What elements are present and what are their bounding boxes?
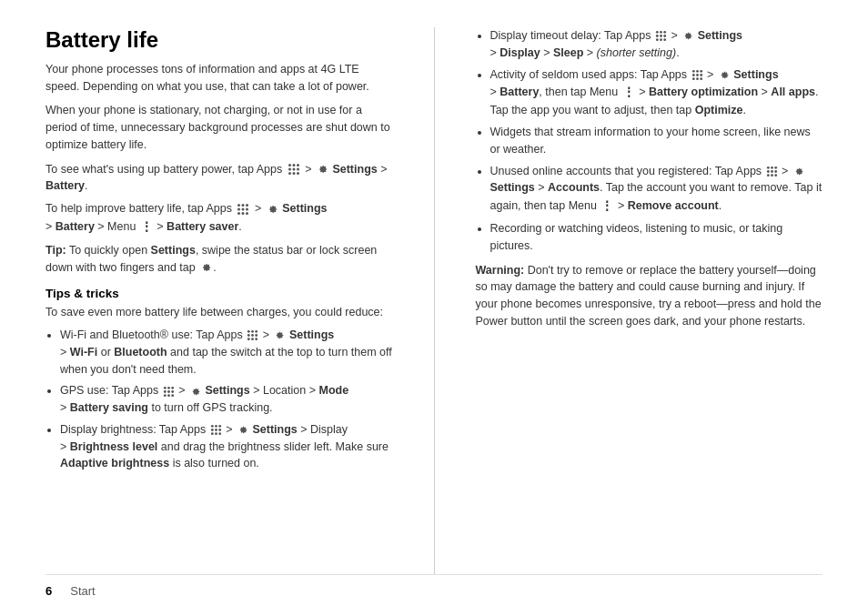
svg-point-52 bbox=[660, 38, 662, 41]
svg-point-7 bbox=[292, 172, 295, 175]
list-item-unused-accounts: Unused online accounts that you register… bbox=[490, 163, 823, 217]
svg-point-23 bbox=[256, 334, 258, 337]
svg-point-8 bbox=[297, 172, 299, 175]
list-item-display: Display brightness: Tap Apps > bbox=[60, 421, 393, 472]
left-column: Battery life Your phone processes tons o… bbox=[45, 27, 402, 574]
display-r1: Display bbox=[500, 46, 540, 59]
svg-point-56 bbox=[700, 70, 702, 73]
svg-point-1 bbox=[292, 164, 295, 167]
svg-point-24 bbox=[247, 338, 250, 341]
apps-icon-5 bbox=[210, 424, 222, 436]
svg-point-37 bbox=[215, 425, 217, 428]
apps-icon-r2 bbox=[691, 69, 703, 81]
svg-point-53 bbox=[663, 38, 666, 41]
svg-point-32 bbox=[171, 390, 174, 393]
svg-point-21 bbox=[247, 334, 250, 337]
gear-icon-4 bbox=[189, 386, 201, 398]
page-title: Battery life bbox=[45, 27, 393, 54]
svg-point-4 bbox=[292, 168, 295, 171]
svg-point-65 bbox=[774, 167, 777, 169]
svg-point-55 bbox=[696, 70, 699, 73]
battery-saving-label: Battery saving bbox=[70, 401, 148, 414]
remove-account-label: Remove account bbox=[628, 199, 719, 212]
tips-bullet-list: Wi-Fi and Bluetooth® use: Tap Apps > bbox=[45, 327, 393, 472]
accounts-label: Accounts bbox=[548, 181, 600, 194]
svg-point-16 bbox=[242, 212, 245, 215]
help-battery-para: To help improve battery life, tap Apps > bbox=[45, 200, 393, 237]
list-item-gps: GPS use: Tap Apps > bbox=[60, 382, 393, 417]
page-number: 6 bbox=[45, 584, 52, 598]
settings-label-1: Settings bbox=[332, 163, 377, 176]
bluetooth-label: Bluetooth bbox=[114, 346, 167, 358]
wifi-label: Wi-Fi bbox=[70, 346, 97, 358]
right-column: Display timeout delay: Tap Apps > bbox=[467, 27, 823, 574]
svg-point-46 bbox=[660, 31, 662, 34]
settings-display: Settings bbox=[253, 423, 298, 436]
shorter-setting: (shorter setting) bbox=[597, 46, 677, 59]
svg-point-0 bbox=[288, 164, 291, 167]
menu-dots-icon-2: ⋮ bbox=[622, 83, 635, 102]
svg-point-12 bbox=[237, 207, 240, 210]
svg-point-25 bbox=[251, 338, 254, 341]
svg-point-6 bbox=[288, 172, 291, 175]
svg-point-22 bbox=[251, 334, 254, 337]
battery-label-2: Battery bbox=[56, 220, 95, 233]
svg-point-43 bbox=[215, 432, 217, 435]
intro-p1: Your phone processes tons of information… bbox=[45, 61, 393, 96]
svg-point-42 bbox=[211, 432, 214, 435]
svg-point-57 bbox=[691, 74, 694, 76]
content-area: Battery life Your phone processes tons o… bbox=[45, 27, 823, 574]
svg-point-30 bbox=[164, 390, 167, 393]
svg-point-39 bbox=[211, 429, 214, 431]
list-item-recording: Recording or watching videos, listening … bbox=[490, 220, 823, 255]
svg-point-70 bbox=[771, 174, 773, 177]
gear-icon-5 bbox=[237, 424, 248, 436]
battery-label-1: Battery bbox=[45, 179, 85, 192]
svg-point-61 bbox=[696, 77, 699, 80]
svg-point-63 bbox=[766, 167, 769, 169]
apps-icon-2 bbox=[237, 203, 249, 216]
intro-p2: When your phone is stationary, not charg… bbox=[45, 102, 393, 153]
list-item-display-timeout: Display timeout delay: Tap Apps > bbox=[490, 27, 823, 62]
right-bullet-list: Display timeout delay: Tap Apps > bbox=[476, 27, 823, 255]
battery-r2: Battery bbox=[500, 86, 539, 98]
settings-r2: Settings bbox=[733, 68, 778, 81]
svg-point-41 bbox=[218, 429, 221, 431]
column-divider bbox=[434, 27, 435, 574]
svg-point-3 bbox=[288, 168, 291, 171]
adaptive-brightness-label: Adaptive brightness bbox=[60, 457, 169, 470]
svg-point-27 bbox=[164, 386, 167, 389]
settings-label-2: Settings bbox=[282, 202, 327, 215]
svg-point-69 bbox=[766, 174, 769, 177]
apps-icon-r1 bbox=[655, 30, 667, 42]
list-item-seldom-apps: Activity of seldom used apps: Tap Apps > bbox=[490, 66, 823, 120]
mode-label: Mode bbox=[318, 384, 348, 397]
svg-point-28 bbox=[167, 386, 170, 389]
svg-point-58 bbox=[696, 74, 699, 76]
svg-point-33 bbox=[164, 394, 167, 397]
svg-point-5 bbox=[297, 168, 299, 171]
svg-point-47 bbox=[663, 31, 666, 34]
footer-section-label: Start bbox=[70, 584, 95, 598]
svg-point-29 bbox=[171, 386, 174, 389]
svg-point-20 bbox=[256, 330, 258, 333]
svg-point-62 bbox=[700, 77, 702, 80]
svg-point-19 bbox=[251, 330, 254, 333]
svg-point-54 bbox=[691, 70, 694, 73]
tip-settings-label: Settings bbox=[151, 244, 196, 257]
tip-paragraph: Tip: To quickly open Settings, swipe the… bbox=[45, 242, 393, 277]
svg-point-71 bbox=[774, 174, 777, 177]
warning-label: Warning: bbox=[476, 264, 525, 277]
page-footer: 6 Start bbox=[45, 574, 823, 598]
gear-icon-r3 bbox=[792, 166, 804, 177]
svg-point-35 bbox=[171, 394, 174, 397]
gear-icon-r1 bbox=[681, 30, 693, 42]
svg-point-60 bbox=[691, 77, 694, 80]
gear-icon-tip bbox=[199, 261, 212, 274]
battery-saver-label: Battery saver bbox=[167, 220, 238, 233]
svg-point-9 bbox=[237, 204, 240, 207]
list-item-wifi: Wi-Fi and Bluetooth® use: Tap Apps > bbox=[60, 327, 393, 378]
sleep-r1: Sleep bbox=[553, 46, 583, 59]
tip-label: Tip: bbox=[45, 244, 66, 257]
list-item-widgets: Widgets that stream information to your … bbox=[490, 124, 823, 158]
